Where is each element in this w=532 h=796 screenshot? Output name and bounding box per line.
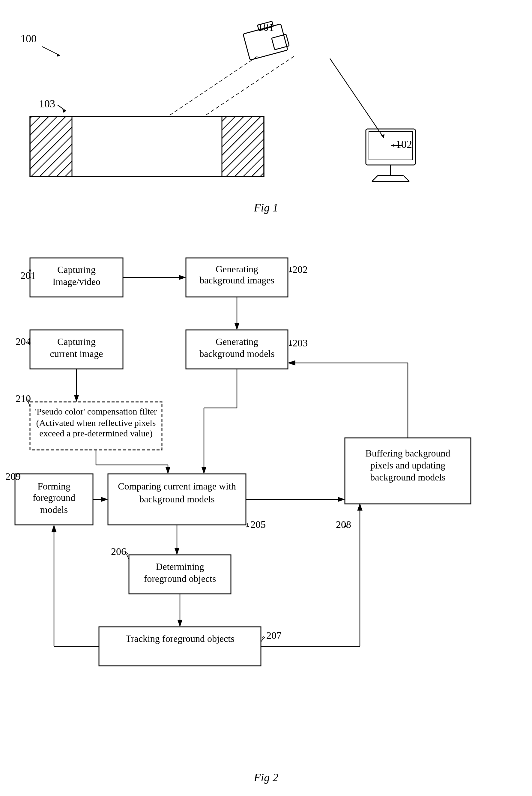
svg-marker-8 (391, 144, 394, 147)
svg-text:203: 203 (292, 337, 308, 348)
svg-line-9 (58, 105, 66, 111)
svg-text:Generating: Generating (216, 336, 258, 347)
svg-text:exceed a pre-determined value): exceed a pre-determined value) (39, 428, 152, 438)
svg-text:209: 209 (5, 471, 21, 482)
svg-text:Determining: Determining (156, 561, 204, 572)
svg-marker-6 (381, 134, 384, 138)
svg-text:models: models (40, 504, 68, 515)
fig1-section: 100 101 102 103 (0, 12, 532, 216)
svg-text:Capturing: Capturing (57, 336, 96, 347)
svg-line-21 (403, 175, 409, 182)
svg-text:205: 205 (250, 519, 266, 530)
svg-text:background images: background images (200, 275, 274, 286)
svg-text:208: 208 (336, 519, 351, 530)
ref-label-102: 102 (396, 138, 412, 151)
svg-text:background models: background models (199, 348, 275, 359)
svg-text:206: 206 (111, 546, 126, 557)
fig1-diagram (0, 12, 532, 216)
fig2-section: Capturing Image/video Generating backgro… (0, 228, 532, 786)
ref-label-101: 101 (258, 21, 274, 34)
fig2-caption: Fig 2 (0, 771, 532, 784)
svg-text:'Pseudo color' compensation fi: 'Pseudo color' compensation filter (35, 406, 157, 416)
svg-text:Generating: Generating (216, 264, 258, 274)
ref-label-103: 103 (39, 97, 55, 110)
svg-text:Capturing: Capturing (57, 264, 96, 275)
svg-text:foreground: foreground (33, 492, 75, 503)
svg-text:foreground objects: foreground objects (144, 573, 216, 584)
svg-text:(Activated when reflective pix: (Activated when reflective pixels (36, 418, 156, 428)
svg-text:background models: background models (139, 494, 215, 505)
fig2-diagram: Capturing Image/video Generating backgro… (0, 228, 532, 783)
svg-text:202: 202 (292, 264, 308, 275)
svg-text:Tracking foreground objects: Tracking foreground objects (125, 633, 234, 644)
svg-line-11 (168, 56, 257, 116)
svg-text:204: 204 (16, 336, 31, 347)
svg-text:background models: background models (370, 472, 445, 482)
svg-rect-51 (99, 627, 261, 666)
svg-text:Comparing current image with: Comparing current image with (118, 481, 236, 492)
svg-line-5 (330, 58, 384, 138)
page: 100 101 102 103 (0, 0, 532, 796)
svg-rect-14 (30, 116, 72, 176)
fig1-caption: Fig 1 (0, 201, 532, 214)
svg-line-12 (204, 56, 294, 116)
svg-text:pixels and updating: pixels and updating (370, 460, 445, 471)
svg-text:Image/video: Image/video (53, 276, 100, 287)
svg-rect-3 (272, 34, 289, 50)
svg-text:207: 207 (266, 630, 282, 641)
svg-rect-15 (222, 116, 264, 176)
svg-text:201: 201 (20, 270, 36, 281)
svg-line-20 (372, 175, 378, 182)
ref-label-100: 100 (20, 32, 37, 45)
svg-text:current image: current image (50, 348, 103, 359)
svg-text:Buffering background: Buffering background (365, 448, 451, 459)
svg-text:Forming: Forming (37, 481, 71, 492)
